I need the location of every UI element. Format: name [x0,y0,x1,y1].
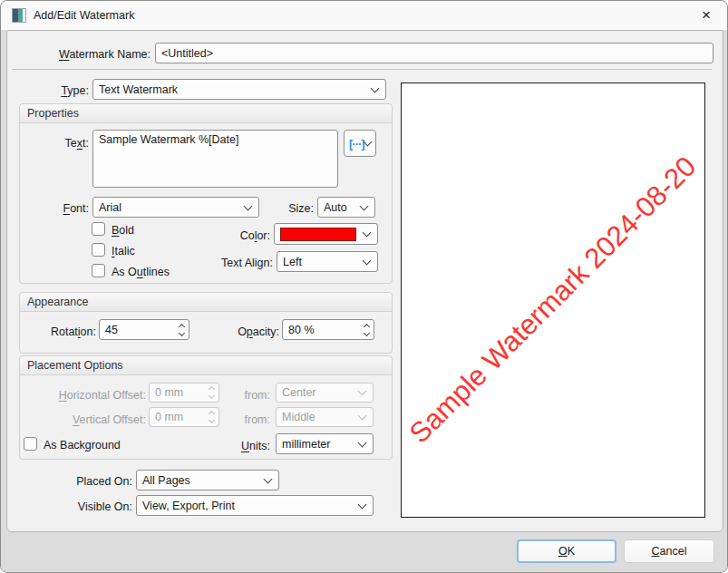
placed-on-select[interactable]: All Pages [136,470,279,490]
spinner-arrows-icon [209,387,214,398]
vertical-from-label: from: [234,413,270,427]
divider [12,69,712,70]
vertical-from-value: Middle [282,411,315,423]
vertical-offset-value: 0 mm [155,411,183,423]
as-outlines-label: As Outlines [112,265,170,279]
color-select[interactable] [274,223,378,245]
type-value: Text Watermark [99,83,178,96]
units-label: Units: [228,439,270,453]
italic-label: Italic [112,244,135,258]
watermark-preview-page: Sample Watermark 2024-08-20 [401,83,705,518]
units-select[interactable]: millimeter [276,433,374,454]
vertical-from-select: Middle [276,407,374,427]
chevron-down-icon [358,500,367,509]
dialog-title: Add/Edit Watermark [34,9,134,22]
chevron-down-icon [363,256,372,265]
chevron-down-icon [363,228,372,238]
text-align-value: Left [283,256,302,268]
bold-label: Bold [112,223,134,238]
placed-on-label: Placed On: [51,474,132,489]
size-label: Size: [270,201,314,216]
text-align-label: Text Align: [187,256,273,270]
type-select[interactable]: Text Watermark [92,79,386,100]
color-label: Color: [205,228,270,243]
rotation-value: 45 [105,324,118,336]
spinner-arrows-icon [364,325,369,335]
font-select[interactable]: Arial [92,197,259,218]
as-background-checkbox[interactable] [24,437,37,451]
button-bar [1,532,727,573]
font-value: Arial [99,201,121,214]
chevron-down-icon [358,387,367,396]
watermark-text-value: Sample Watermark %[Date] [99,133,238,146]
as-outlines-checkbox[interactable] [92,264,105,277]
chevron-down-icon [371,83,380,92]
italic-checkbox[interactable] [92,243,105,257]
appearance-group-header: Appearance [20,293,392,312]
add-edit-watermark-dialog: Add/Edit Watermark × Watermark Name: <Un… [0,0,728,573]
placed-on-value: All Pages [142,474,190,487]
type-label: Type: [19,83,89,98]
close-icon[interactable]: × [691,3,722,28]
watermark-preview-text: Sample Watermark 2024-08-20 [403,151,703,450]
chevron-down-icon [264,474,273,483]
color-swatch [280,228,356,241]
horizontal-from-label: from: [234,388,270,403]
size-select[interactable]: Auto [317,197,375,218]
units-value: millimeter [282,438,330,451]
vertical-offset-label: Vertical Offset: [19,413,146,427]
title-bar: Add/Edit Watermark × [1,1,727,30]
insert-macro-button[interactable]: [···] [344,130,376,157]
properties-group-header: Properties [20,104,392,123]
chevron-down-icon [360,201,369,210]
spinner-arrows-icon [209,412,214,422]
horizontal-offset-label: Horizontal Offset: [19,388,146,403]
ok-button-label: OK [558,545,575,558]
font-label: Font: [19,201,89,216]
bold-checkbox[interactable] [92,222,105,236]
icon-stripe [18,9,23,22]
ok-button[interactable]: OK [517,539,616,563]
watermark-dialog-icon [12,8,26,23]
horizontal-from-value: Center [282,386,316,399]
watermark-name-input[interactable]: <Untitled> [155,43,713,63]
cancel-button-label: Cancel [652,545,687,558]
opacity-label: Opacity: [202,325,279,339]
watermark-text-input[interactable]: Sample Watermark %[Date] [92,130,338,188]
spinner-arrows-icon [180,325,184,335]
chevron-down-icon [358,438,367,447]
placement-options-group-header: Placement Options [20,356,392,375]
chevron-down-icon [244,201,253,210]
chevron-down-icon [358,412,367,421]
rotation-spinner[interactable]: 45 [99,319,189,340]
size-value: Auto [324,201,347,214]
macro-brackets-icon: [···] [349,137,364,151]
vertical-offset-spinner: 0 mm [149,407,219,427]
rotation-label: Rotation: [19,325,96,339]
visible-on-select[interactable]: View, Export, Print [136,495,374,516]
as-background-label: As Background [44,438,121,452]
watermark-name-value: <Untitled> [161,47,213,60]
watermark-name-label: Watermark Name: [19,47,150,62]
visible-on-value: View, Export, Print [142,500,235,512]
visible-on-label: Visible On: [51,500,132,514]
opacity-spinner[interactable]: 80 % [282,319,374,340]
horizontal-offset-value: 0 mm [155,386,183,399]
cancel-button[interactable]: Cancel [624,539,714,563]
text-align-select[interactable]: Left [277,251,378,272]
horizontal-from-select: Center [276,383,374,403]
horizontal-offset-spinner: 0 mm [149,383,219,403]
opacity-value: 80 % [288,324,315,336]
text-label: Text: [19,136,89,151]
